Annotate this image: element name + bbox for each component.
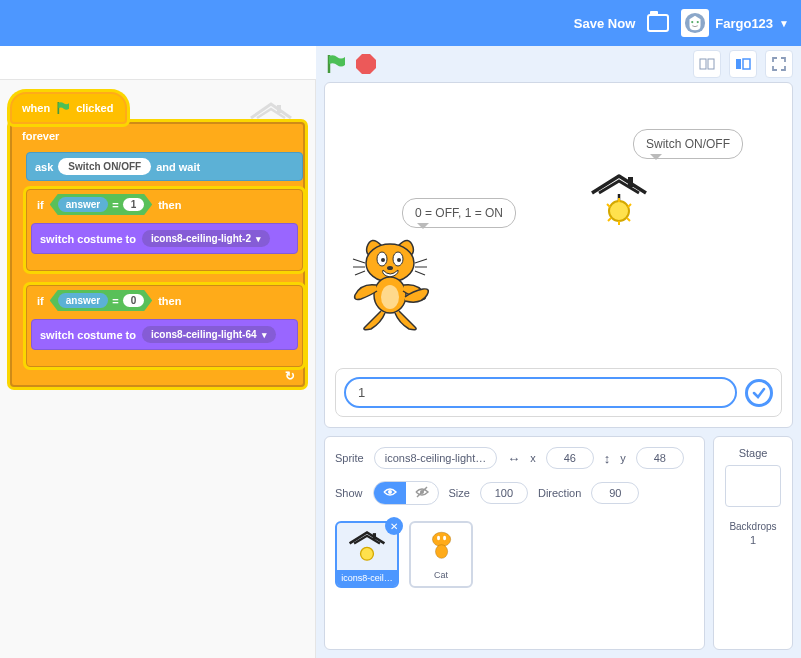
svg-point-1	[691, 21, 693, 23]
stage-controls	[316, 46, 801, 82]
stage-thumb[interactable]	[725, 465, 781, 507]
svg-point-14	[397, 258, 401, 262]
svg-point-2	[697, 21, 699, 23]
chevron-down-icon: ▼	[779, 18, 789, 29]
avatar	[681, 9, 709, 37]
svg-rect-6	[700, 59, 706, 69]
sprite-label: Sprite	[335, 452, 364, 464]
answer-reporter[interactable]: answer	[58, 197, 108, 212]
direction-input[interactable]: 90	[591, 482, 639, 504]
hide-button[interactable]	[406, 482, 438, 504]
svg-point-15	[387, 266, 393, 270]
cat-speech-bubble: 0 = OFF, 1 = ON	[402, 198, 516, 228]
save-now-button[interactable]: Save Now	[574, 16, 635, 31]
y-input[interactable]: 48	[636, 447, 684, 469]
answer-input[interactable]	[344, 377, 737, 408]
switch-costume-block[interactable]: switch costume to icons8-ceiling-light-2	[31, 223, 298, 254]
user-menu[interactable]: Fargo123 ▼	[681, 9, 789, 37]
cat-sprite[interactable]	[341, 233, 436, 337]
answer-reporter[interactable]: answer	[58, 293, 108, 308]
svg-rect-8	[736, 59, 741, 69]
equals-operator[interactable]: answer = 0	[50, 290, 152, 311]
stop-button[interactable]	[356, 54, 376, 74]
if-block-2[interactable]: if answer = 0 then switch costu	[26, 285, 303, 367]
fullscreen-button[interactable]	[765, 50, 793, 78]
costume-dropdown[interactable]: icons8-ceiling-light-2	[142, 230, 270, 247]
forever-block[interactable]: forever ask Switch ON/OFF and wait if an…	[10, 122, 305, 387]
xy-icon: ↔	[507, 451, 520, 466]
top-bar: Save Now Fargo123 ▼	[0, 0, 801, 46]
svg-point-26	[432, 532, 450, 546]
tab-bar	[0, 46, 316, 80]
stage-panel: Stage Backdrops 1	[713, 436, 793, 650]
svg-point-12	[381, 258, 385, 262]
svg-point-21	[388, 490, 392, 494]
stage[interactable]: 0 = OFF, 1 = ON Switch ON/OFF	[324, 82, 793, 428]
large-stage-button[interactable]	[729, 50, 757, 78]
ask-block[interactable]: ask Switch ON/OFF and wait	[26, 152, 303, 181]
visibility-toggle	[373, 481, 439, 505]
light-speech-bubble: Switch ON/OFF	[633, 129, 743, 159]
svg-rect-18	[628, 177, 633, 187]
folder-icon[interactable]	[647, 14, 669, 32]
svg-rect-7	[708, 59, 714, 69]
answer-submit-button[interactable]	[745, 379, 773, 407]
svg-point-20	[609, 201, 629, 221]
svg-point-27	[436, 545, 448, 559]
sprite-thumb-cat[interactable]: Cat	[409, 521, 473, 588]
costume-dropdown[interactable]: icons8-ceiling-light-64	[142, 326, 276, 343]
svg-rect-24	[373, 533, 376, 539]
equals-operator[interactable]: answer = 1	[50, 194, 152, 215]
sprite-info-panel: Sprite icons8-ceiling-light… ↔ x 46 ↕ y …	[324, 436, 705, 650]
sprite-name-input[interactable]: icons8-ceiling-light…	[374, 447, 498, 469]
backdrops-count: 1	[750, 534, 756, 546]
value-input[interactable]: 1	[123, 198, 145, 211]
ask-text-input[interactable]: Switch ON/OFF	[58, 158, 151, 175]
svg-point-17	[381, 285, 399, 309]
switch-costume-block[interactable]: switch costume to icons8-ceiling-light-6…	[31, 319, 298, 350]
svg-point-28	[437, 536, 440, 541]
loop-arrow-icon: ↻	[285, 369, 295, 383]
size-input[interactable]: 100	[480, 482, 528, 504]
small-stage-button[interactable]	[693, 50, 721, 78]
if-block-1[interactable]: if answer = 1 then switch costu	[26, 189, 303, 271]
y-icon: ↕	[604, 451, 611, 466]
green-flag-button[interactable]	[324, 52, 348, 76]
x-input[interactable]: 46	[546, 447, 594, 469]
ceiling-light-sprite[interactable]	[588, 171, 650, 230]
show-button[interactable]	[374, 482, 406, 504]
sprite-thumb-light[interactable]: ✕ icons8-ceil…	[335, 521, 399, 588]
backdrops-label: Backdrops	[729, 521, 776, 532]
when-flag-clicked-block[interactable]: when clicked	[10, 92, 127, 124]
username-label: Fargo123	[715, 16, 773, 31]
delete-sprite-button[interactable]: ✕	[385, 517, 403, 535]
stage-title: Stage	[739, 447, 768, 459]
value-input[interactable]: 0	[123, 294, 145, 307]
svg-point-29	[443, 536, 446, 541]
svg-point-25	[361, 547, 374, 560]
green-flag-icon	[55, 100, 71, 116]
script-area[interactable]: when clicked forever ask Switch ON/OFF a…	[0, 80, 316, 658]
answer-prompt	[335, 368, 782, 417]
svg-rect-9	[743, 59, 750, 69]
